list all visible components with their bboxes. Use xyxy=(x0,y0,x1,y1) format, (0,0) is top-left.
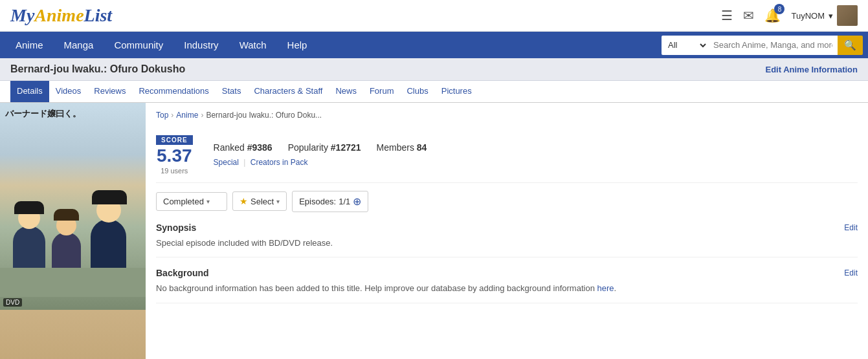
nav-item-anime[interactable]: Anime xyxy=(5,32,54,58)
synopsis-text: Special episode included with BD/DVD rel… xyxy=(156,237,858,250)
episodes-label: Episodes: xyxy=(299,197,336,206)
tab-reviews[interactable]: Reviews xyxy=(87,81,132,102)
score-label: SCORE xyxy=(156,135,193,145)
nav-item-help[interactable]: Help xyxy=(277,32,318,58)
edit-anime-info-link[interactable]: Edit Anime Information xyxy=(765,65,858,74)
mail-icon[interactable]: ✉ xyxy=(743,8,754,23)
header-right: ☰ ✉ 🔔 8 TuyNOM ▾ xyxy=(721,5,858,26)
synopsis-edit-link[interactable]: Edit xyxy=(844,223,858,232)
chevron-icon: ▾ xyxy=(829,11,833,21)
ranked-stat: Ranked #9386 xyxy=(214,142,273,153)
status-dropdown-arrow: ▾ xyxy=(206,198,210,205)
members-stat: Members 84 xyxy=(377,142,427,153)
tab-pictures[interactable]: Pictures xyxy=(435,81,478,102)
tab-forum[interactable]: Forum xyxy=(363,81,401,102)
popularity-stat: Popularity #12721 xyxy=(288,142,361,153)
dvd-label: DVD xyxy=(3,298,22,307)
status-value: Completed xyxy=(163,197,204,206)
stats-row: SCORE 5.37 19 users Ranked #9386 Popular… xyxy=(156,127,858,183)
stats-details: Ranked #9386 Popularity #12721 Members 8… xyxy=(214,142,858,167)
score-value: 5.37 xyxy=(156,145,193,167)
stat-links: Special | Creators in Pack xyxy=(214,158,858,167)
link-special[interactable]: Special xyxy=(214,158,239,167)
user-controls: Completed ▾ ★ Select ▾ Episodes: 1/1 ⊕ xyxy=(156,191,858,212)
background-text-start: No background information has been added… xyxy=(156,283,597,293)
members-value: 84 xyxy=(417,142,427,153)
star-icon: ★ xyxy=(239,196,248,206)
top-header: MyAnimeList ☰ ✉ 🔔 8 TuyNOM ▾ xyxy=(0,0,868,32)
stats-numbers: Ranked #9386 Popularity #12721 Members 8… xyxy=(214,142,858,153)
breadcrumb-anime[interactable]: Anime xyxy=(176,111,198,120)
tab-details[interactable]: Details xyxy=(10,81,49,102)
tab-recommendations[interactable]: Recommendations xyxy=(132,81,215,102)
nav-item-community[interactable]: Community xyxy=(104,32,173,58)
main-content: Top › Anime › Bernard-jou Iwaku.: Ofuro … xyxy=(146,103,868,359)
tab-videos[interactable]: Videos xyxy=(49,81,88,102)
episodes-value: 1/1 xyxy=(339,197,350,206)
search-button[interactable]: 🔍 xyxy=(838,36,863,55)
background-edit-link[interactable]: Edit xyxy=(844,268,858,277)
link-creators-in-pack[interactable]: Creators in Pack xyxy=(250,158,308,167)
background-title: Background xyxy=(156,268,209,278)
breadcrumb-current: Bernard-jou Iwaku.: Ofuro Doku... xyxy=(206,111,322,120)
breadcrumb-sep-2: › xyxy=(201,111,203,120)
score-select-label: Select xyxy=(250,197,274,206)
background-text-end: . xyxy=(614,283,617,293)
nav-item-industry[interactable]: Industry xyxy=(173,32,228,58)
tab-characters-staff[interactable]: Characters & Staff xyxy=(247,81,329,102)
username-label: TuyNOM xyxy=(791,11,825,21)
tab-news[interactable]: News xyxy=(329,81,363,102)
score-users: 19 users xyxy=(156,167,193,175)
tabs-bar: Details Videos Reviews Recommendations S… xyxy=(0,81,868,103)
status-dropdown[interactable]: Completed ▾ xyxy=(156,192,227,211)
page-title: Bernard-jou Iwaku.: Ofuro Dokusho xyxy=(10,63,185,75)
synopsis-title: Synopsis xyxy=(156,223,196,233)
search-bar: All Anime Manga 🔍 xyxy=(662,36,863,55)
episodes-control: Episodes: 1/1 ⊕ xyxy=(292,191,368,212)
search-category-select[interactable]: All Anime Manga xyxy=(662,36,708,55)
score-box: SCORE 5.37 19 users xyxy=(156,135,193,175)
nav-item-manga[interactable]: Manga xyxy=(54,32,104,58)
main-nav: Anime Manga Community Industry Watch Hel… xyxy=(0,32,868,58)
user-menu[interactable]: TuyNOM ▾ xyxy=(791,5,858,26)
breadcrumb-sep-1: › xyxy=(171,111,173,120)
score-dropdown[interactable]: ★ Select ▾ xyxy=(232,191,287,211)
tab-clubs[interactable]: Clubs xyxy=(400,81,434,102)
synopsis-header: Synopsis Edit xyxy=(156,223,858,233)
breadcrumb-top[interactable]: Top xyxy=(156,111,168,120)
ranked-value: #9386 xyxy=(247,142,273,153)
score-dropdown-arrow: ▾ xyxy=(276,198,280,205)
background-text: No background information has been added… xyxy=(156,282,858,295)
user-avatar xyxy=(837,5,858,26)
notification-badge: 8 xyxy=(774,4,785,14)
background-here-link[interactable]: here xyxy=(597,283,614,293)
anime-cover-panel: バーナード嬢曰く。 DVD xyxy=(0,103,146,359)
content-area: バーナード嬢曰く。 DVD Top › Anime xyxy=(0,103,868,359)
menu-icon[interactable]: ☰ xyxy=(721,8,733,23)
bell-icon[interactable]: 🔔 8 xyxy=(764,8,781,23)
background-header: Background Edit xyxy=(156,268,858,278)
tab-stats[interactable]: Stats xyxy=(216,81,248,102)
site-logo[interactable]: MyAnimeList xyxy=(10,5,112,26)
breadcrumb: Top › Anime › Bernard-jou Iwaku.: Ofuro … xyxy=(156,111,858,120)
cover-art: バーナード嬢曰く。 DVD xyxy=(0,103,146,310)
cover-title-jp: バーナード嬢曰く。 xyxy=(5,108,81,120)
title-bar: Bernard-jou Iwaku.: Ofuro Dokusho Edit A… xyxy=(0,58,868,81)
search-input[interactable] xyxy=(708,36,838,55)
synopsis-section: Synopsis Edit Special episode included w… xyxy=(156,223,858,258)
popularity-value: #12721 xyxy=(331,142,361,153)
episodes-plus-button[interactable]: ⊕ xyxy=(353,195,361,208)
nav-item-watch[interactable]: Watch xyxy=(229,32,277,58)
background-section: Background Edit No background informatio… xyxy=(156,268,858,303)
